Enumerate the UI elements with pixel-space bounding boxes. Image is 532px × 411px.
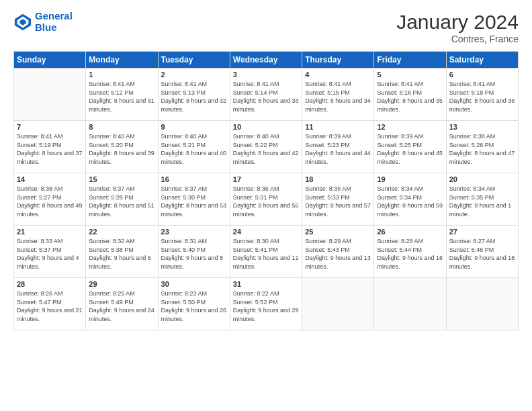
day-info: Sunrise: 8:32 AMSunset: 5:38 PMDaylight:…: [89, 237, 154, 271]
header: General Blue January 2024 Contres, Franc…: [13, 11, 519, 44]
col-monday: Monday: [86, 52, 158, 68]
day-info: Sunrise: 8:38 AMSunset: 5:26 PMDaylight:…: [449, 132, 515, 166]
day-info: Sunrise: 8:31 AMSunset: 5:40 PMDaylight:…: [161, 237, 227, 271]
calendar-cell: 20Sunrise: 8:34 AMSunset: 5:35 PMDayligh…: [446, 173, 518, 226]
day-number: 1: [89, 71, 154, 79]
calendar-cell: 5Sunrise: 8:41 AMSunset: 5:16 PMDaylight…: [374, 68, 446, 121]
logo-text: General Blue: [35, 11, 73, 33]
day-info: Sunrise: 8:34 AMSunset: 5:35 PMDaylight:…: [449, 185, 515, 218]
day-number: 14: [17, 175, 83, 183]
calendar-table: Sunday Monday Tuesday Wednesday Thursday…: [13, 51, 519, 330]
page: General Blue January 2024 Contres, Franc…: [0, 0, 532, 411]
day-number: 10: [233, 123, 299, 131]
day-info: Sunrise: 8:28 AMSunset: 5:44 PMDaylight:…: [377, 237, 443, 271]
day-info: Sunrise: 8:41 AMSunset: 5:18 PMDaylight:…: [449, 80, 515, 113]
day-info: Sunrise: 8:41 AMSunset: 5:16 PMDaylight:…: [377, 80, 443, 113]
calendar-cell: 28Sunrise: 8:26 AMSunset: 5:47 PMDayligh…: [14, 278, 86, 330]
day-number: 25: [305, 228, 371, 236]
day-info: Sunrise: 8:41 AMSunset: 5:12 PMDaylight:…: [89, 80, 154, 113]
calendar-cell: 7Sunrise: 8:41 AMSunset: 5:19 PMDaylight…: [14, 121, 86, 173]
day-info: Sunrise: 8:41 AMSunset: 5:14 PMDaylight:…: [233, 80, 299, 113]
calendar-cell: 25Sunrise: 8:29 AMSunset: 5:43 PMDayligh…: [302, 226, 374, 278]
calendar-cell: 27Sunrise: 8:27 AMSunset: 5:46 PMDayligh…: [446, 226, 518, 278]
day-number: 8: [89, 123, 154, 131]
day-number: 13: [449, 123, 515, 131]
week-row-0: 1Sunrise: 8:41 AMSunset: 5:12 PMDaylight…: [14, 68, 519, 121]
calendar-cell: 16Sunrise: 8:37 AMSunset: 5:30 PMDayligh…: [158, 173, 230, 226]
day-number: 11: [305, 123, 371, 131]
day-info: Sunrise: 8:23 AMSunset: 5:50 PMDaylight:…: [161, 289, 227, 323]
calendar-cell: 6Sunrise: 8:41 AMSunset: 5:18 PMDaylight…: [446, 68, 518, 121]
week-row-4: 28Sunrise: 8:26 AMSunset: 5:47 PMDayligh…: [14, 278, 519, 330]
calendar-cell: 22Sunrise: 8:32 AMSunset: 5:38 PMDayligh…: [86, 226, 158, 278]
month-title: January 2024: [396, 11, 519, 34]
calendar-cell: 11Sunrise: 8:39 AMSunset: 5:23 PMDayligh…: [302, 121, 374, 173]
calendar-cell: 3Sunrise: 8:41 AMSunset: 5:14 PMDaylight…: [230, 68, 302, 121]
day-info: Sunrise: 8:27 AMSunset: 5:46 PMDaylight:…: [449, 237, 515, 271]
calendar-cell: 31Sunrise: 8:22 AMSunset: 5:52 PMDayligh…: [230, 278, 302, 330]
day-number: 22: [89, 228, 154, 236]
calendar-cell: 13Sunrise: 8:38 AMSunset: 5:26 PMDayligh…: [446, 121, 518, 173]
week-row-1: 7Sunrise: 8:41 AMSunset: 5:19 PMDaylight…: [14, 121, 519, 173]
day-number: 27: [449, 228, 515, 236]
day-number: 5: [377, 71, 443, 79]
calendar-cell: 15Sunrise: 8:37 AMSunset: 5:28 PMDayligh…: [86, 173, 158, 226]
week-row-2: 14Sunrise: 8:38 AMSunset: 5:27 PMDayligh…: [14, 173, 519, 226]
calendar-cell: 10Sunrise: 8:40 AMSunset: 5:22 PMDayligh…: [230, 121, 302, 173]
day-info: Sunrise: 8:26 AMSunset: 5:47 PMDaylight:…: [17, 289, 83, 323]
calendar-cell: 4Sunrise: 8:41 AMSunset: 5:15 PMDaylight…: [302, 68, 374, 121]
day-info: Sunrise: 8:39 AMSunset: 5:25 PMDaylight:…: [377, 132, 443, 166]
logo: General Blue: [13, 11, 73, 33]
day-info: Sunrise: 8:37 AMSunset: 5:30 PMDaylight:…: [161, 185, 227, 218]
calendar-cell: [374, 278, 446, 330]
col-wednesday: Wednesday: [230, 52, 302, 68]
col-saturday: Saturday: [446, 52, 518, 68]
day-number: 4: [305, 71, 371, 79]
col-sunday: Sunday: [14, 52, 86, 68]
day-number: 29: [89, 280, 154, 288]
calendar-cell: 26Sunrise: 8:28 AMSunset: 5:44 PMDayligh…: [374, 226, 446, 278]
logo-icon: [13, 13, 32, 32]
calendar-cell: 23Sunrise: 8:31 AMSunset: 5:40 PMDayligh…: [158, 226, 230, 278]
calendar-cell: 29Sunrise: 8:25 AMSunset: 5:49 PMDayligh…: [86, 278, 158, 330]
location: Contres, France: [396, 34, 519, 44]
day-number: 28: [17, 280, 83, 288]
calendar-cell: 18Sunrise: 8:35 AMSunset: 5:33 PMDayligh…: [302, 173, 374, 226]
calendar-cell: 24Sunrise: 8:30 AMSunset: 5:41 PMDayligh…: [230, 226, 302, 278]
day-number: 26: [377, 228, 443, 236]
day-info: Sunrise: 8:30 AMSunset: 5:41 PMDaylight:…: [233, 237, 299, 271]
day-number: 19: [377, 175, 443, 183]
day-info: Sunrise: 8:22 AMSunset: 5:52 PMDaylight:…: [233, 289, 299, 323]
day-number: 31: [233, 280, 299, 288]
day-number: 24: [233, 228, 299, 236]
logo-general: General: [35, 10, 73, 21]
calendar-cell: 9Sunrise: 8:40 AMSunset: 5:21 PMDaylight…: [158, 121, 230, 173]
calendar-cell: 17Sunrise: 8:36 AMSunset: 5:31 PMDayligh…: [230, 173, 302, 226]
day-info: Sunrise: 8:36 AMSunset: 5:31 PMDaylight:…: [233, 185, 299, 218]
logo-blue: Blue: [35, 21, 57, 33]
calendar-cell: 30Sunrise: 8:23 AMSunset: 5:50 PMDayligh…: [158, 278, 230, 330]
calendar-cell: 21Sunrise: 8:33 AMSunset: 5:37 PMDayligh…: [14, 226, 86, 278]
calendar-cell: 2Sunrise: 8:41 AMSunset: 5:13 PMDaylight…: [158, 68, 230, 121]
day-number: 15: [89, 175, 154, 183]
day-info: Sunrise: 8:35 AMSunset: 5:33 PMDaylight:…: [305, 185, 371, 218]
day-number: 2: [161, 71, 227, 79]
col-friday: Friday: [374, 52, 446, 68]
calendar-cell: [14, 68, 86, 121]
day-number: 17: [233, 175, 299, 183]
header-row: Sunday Monday Tuesday Wednesday Thursday…: [14, 52, 519, 68]
col-thursday: Thursday: [302, 52, 374, 68]
day-info: Sunrise: 8:40 AMSunset: 5:20 PMDaylight:…: [89, 132, 154, 166]
col-tuesday: Tuesday: [158, 52, 230, 68]
calendar-cell: 19Sunrise: 8:34 AMSunset: 5:34 PMDayligh…: [374, 173, 446, 226]
day-info: Sunrise: 8:41 AMSunset: 5:19 PMDaylight:…: [17, 132, 83, 166]
day-info: Sunrise: 8:29 AMSunset: 5:43 PMDaylight:…: [305, 237, 371, 271]
day-number: 12: [377, 123, 443, 131]
day-info: Sunrise: 8:25 AMSunset: 5:49 PMDaylight:…: [89, 289, 154, 323]
day-number: 3: [233, 71, 299, 79]
day-info: Sunrise: 8:41 AMSunset: 5:15 PMDaylight:…: [305, 80, 371, 113]
day-info: Sunrise: 8:40 AMSunset: 5:22 PMDaylight:…: [233, 132, 299, 166]
calendar-cell: [302, 278, 374, 330]
calendar-cell: 8Sunrise: 8:40 AMSunset: 5:20 PMDaylight…: [86, 121, 158, 173]
day-info: Sunrise: 8:33 AMSunset: 5:37 PMDaylight:…: [17, 237, 83, 271]
